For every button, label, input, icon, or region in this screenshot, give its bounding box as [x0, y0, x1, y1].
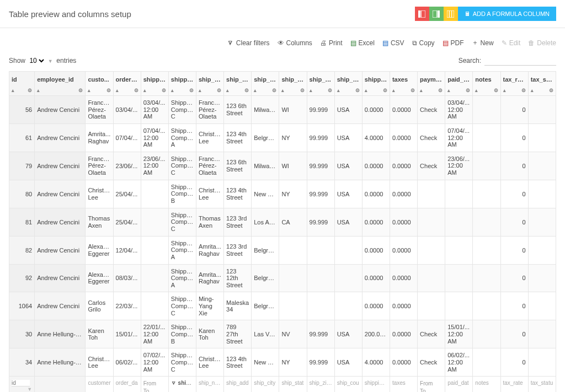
- excel-button[interactable]: ▤Excel: [350, 38, 375, 47]
- table-row[interactable]: 56Andrew CenciniFrancisco Pérez-Olaeta03…: [9, 96, 556, 124]
- table-row[interactable]: 82Andrew CenciniAlexan... Eggerer12/04/.…: [9, 236, 556, 264]
- filter-order-date[interactable]: order_da: [116, 380, 138, 386]
- column-header[interactable]: taxes: [390, 72, 417, 96]
- column-header[interactable]: ship_city: [252, 72, 279, 96]
- copy-button[interactable]: ⧉Copy: [412, 38, 435, 47]
- table-row[interactable]: 30Anne Hellung-LarsenKaren Toh15/01/...2…: [9, 320, 556, 348]
- gear-icon[interactable]: [162, 88, 166, 93]
- csv-button[interactable]: ▤CSV: [382, 38, 404, 47]
- new-button[interactable]: ＋New: [472, 38, 494, 47]
- filter-notes[interactable]: notes: [475, 380, 488, 386]
- sort-icon[interactable]: [88, 88, 90, 93]
- columns-green-button[interactable]: [429, 7, 444, 21]
- filter-shipped-from[interactable]: From: [143, 380, 166, 388]
- columns-yellow-button[interactable]: [444, 7, 458, 21]
- gear-icon[interactable]: [78, 88, 83, 93]
- sort-icon[interactable]: [12, 88, 14, 93]
- gear-icon[interactable]: [244, 88, 249, 93]
- sort-icon[interactable]: [37, 88, 40, 93]
- search-input[interactable]: [484, 55, 556, 66]
- column-header[interactable]: shippe...: [168, 72, 196, 96]
- table-row[interactable]: 1064Andrew CenciniCarlos Grilo22/03/...S…: [9, 292, 556, 320]
- sort-icon[interactable]: [143, 88, 146, 93]
- sort-icon[interactable]: [365, 88, 367, 93]
- filter-ship-city[interactable]: ship_city: [254, 380, 275, 386]
- sort-icon[interactable]: [226, 88, 229, 93]
- sort-icon[interactable]: [116, 88, 119, 93]
- column-header[interactable]: ship_st...: [279, 72, 307, 96]
- column-header[interactable]: id: [9, 72, 35, 96]
- column-header[interactable]: tax_sta...: [528, 72, 556, 96]
- sort-icon[interactable]: [199, 88, 201, 93]
- gear-icon[interactable]: [383, 88, 387, 93]
- gear-icon[interactable]: [134, 88, 138, 93]
- gear-icon[interactable]: [328, 88, 332, 93]
- filter-shipping[interactable]: shipping_: [365, 380, 388, 386]
- filter-id[interactable]: [12, 380, 30, 386]
- column-header[interactable]: ship_c...: [334, 72, 362, 96]
- filter-shipped-to[interactable]: To: [143, 388, 166, 392]
- gear-icon[interactable]: [521, 88, 526, 93]
- filter-tax-rate[interactable]: tax_rate: [503, 380, 523, 386]
- filter-ship-zip[interactable]: ship_zip_: [310, 380, 333, 386]
- gear-icon[interactable]: [438, 88, 443, 93]
- column-header[interactable]: shippe...: [141, 72, 168, 96]
- sort-icon[interactable]: [503, 88, 506, 93]
- filter-tax-status[interactable]: tax_statu: [531, 380, 553, 386]
- gear-icon[interactable]: [272, 88, 276, 93]
- sort-icon[interactable]: [420, 88, 423, 93]
- sort-icon[interactable]: [254, 88, 257, 93]
- filter-customer[interactable]: customer: [88, 380, 110, 386]
- gear-icon[interactable]: [28, 88, 32, 93]
- table-row[interactable]: 80Andrew CenciniChristina Lee25/04/...Sh…: [9, 180, 556, 208]
- filter-ship-addr[interactable]: ship_add: [226, 380, 249, 386]
- filter-payment-from[interactable]: From: [420, 380, 443, 388]
- columns-red-button[interactable]: [415, 7, 429, 21]
- sort-icon[interactable]: [310, 88, 312, 93]
- filter-ship-state[interactable]: ship_stat: [281, 380, 303, 386]
- column-header[interactable]: custo...: [86, 72, 113, 96]
- gear-icon[interactable]: [355, 88, 360, 93]
- clear-filters-button[interactable]: ⛛Clear filters: [227, 38, 270, 47]
- table-row[interactable]: 61Andrew CenciniAmrita... Raghav07/04/..…: [9, 123, 556, 152]
- edit-button[interactable]: ✎Edit: [502, 38, 521, 47]
- column-header[interactable]: ship_n...: [196, 72, 223, 96]
- column-header[interactable]: payme...: [418, 72, 445, 96]
- column-header[interactable]: ship_a...: [224, 72, 252, 96]
- filter-ship-country[interactable]: ship_cou: [337, 380, 359, 386]
- filter-taxes[interactable]: taxes: [392, 380, 406, 386]
- sort-icon[interactable]: [475, 88, 478, 93]
- sort-icon[interactable]: [171, 88, 174, 93]
- entries-select[interactable]: 10: [27, 56, 46, 65]
- table-row[interactable]: 81Andrew CenciniThomas Axen25/04/...Ship…: [9, 208, 556, 236]
- filter-paid-date[interactable]: paid_dat: [447, 380, 468, 386]
- add-formula-column-button[interactable]: 🖩 ADD A FORMULA COLUMN: [458, 7, 556, 21]
- column-header[interactable]: tax_rate: [500, 72, 528, 96]
- filter-ship-name[interactable]: ship_nam: [199, 380, 222, 386]
- column-header[interactable]: shippin...: [362, 72, 390, 96]
- table-row[interactable]: 79Andrew CenciniFrancisco Pérez-Olaeta23…: [9, 152, 556, 180]
- sort-icon[interactable]: [337, 88, 340, 93]
- gear-icon[interactable]: [217, 88, 221, 93]
- gear-icon[interactable]: [300, 88, 305, 93]
- column-header[interactable]: notes: [473, 72, 500, 96]
- gear-icon[interactable]: [106, 88, 111, 93]
- column-header[interactable]: paid_d...: [445, 72, 473, 96]
- gear-icon[interactable]: [411, 88, 415, 93]
- gear-icon[interactable]: [189, 88, 194, 93]
- column-header[interactable]: order_...: [113, 72, 141, 96]
- gear-icon[interactable]: [549, 88, 553, 93]
- table-row[interactable]: 34Anne Hellung-LarsenChristina Lee06/02/…: [9, 348, 556, 377]
- column-header[interactable]: employee_id: [35, 72, 86, 96]
- table-row[interactable]: 92Andrew CenciniAlexan... Eggerer08/03/.…: [9, 264, 556, 292]
- sort-icon[interactable]: [281, 88, 284, 93]
- sort-icon[interactable]: [392, 88, 395, 93]
- column-header[interactable]: ship_zi...: [307, 72, 334, 96]
- print-button[interactable]: 🖨Print: [320, 38, 343, 47]
- sort-icon[interactable]: [531, 88, 534, 93]
- filter-shipper-id[interactable]: shipper_id: [178, 380, 196, 386]
- sort-icon[interactable]: [447, 88, 450, 93]
- columns-button[interactable]: 👁Columns: [278, 38, 312, 47]
- pdf-button[interactable]: ▤PDF: [443, 38, 464, 47]
- gear-icon[interactable]: [466, 88, 470, 93]
